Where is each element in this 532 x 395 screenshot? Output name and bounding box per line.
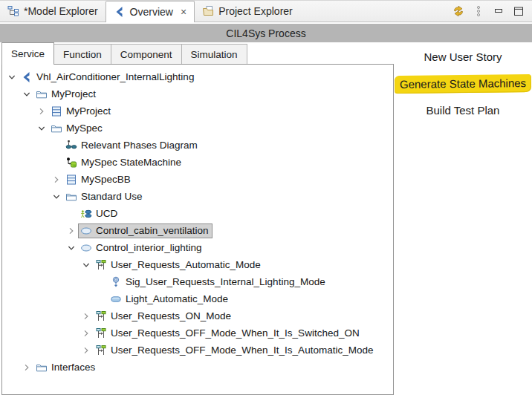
action-generate-state-machines[interactable]: Generate State Machines [395, 74, 531, 93]
tab-project-explorer[interactable]: Project Explorer [195, 1, 300, 22]
chevron-right-icon[interactable] [81, 328, 91, 339]
chevron-right-icon[interactable] [81, 345, 91, 356]
tree-item-myproject[interactable]: MyProject [2, 85, 393, 102]
tree-item-label: Light_Automatic_Mode [126, 293, 228, 304]
left-pane: Vhl_AirConditioner_InternalLightingMyPro… [0, 42, 394, 395]
folder-icon [65, 191, 77, 203]
tree-item-relevant-phases-diagram[interactable]: Relevant Phases Diagram [2, 137, 393, 154]
tree-item-control-cabin-ventilation[interactable]: Control_cabin_ventilation [2, 222, 393, 239]
process-header: CIL4Sys Process [0, 24, 532, 42]
tree-item-content: MySpec StateMachine [63, 155, 185, 170]
tree-item-myproject[interactable]: MyProject [2, 102, 393, 120]
tree-item-label: User_Requests_OFF_Mode_When_It_Is_Switch… [111, 327, 360, 339]
signal-icon [110, 276, 122, 288]
tree-item-content: Light_Automatic_Mode [108, 292, 232, 307]
overview-icon [114, 6, 126, 18]
tree-item-interfaces[interactable]: Interfaces [2, 359, 393, 376]
tree-item-content: MyProject [48, 104, 114, 119]
tab-label: *Model Explorer [24, 5, 98, 17]
tree-item-label: Standard Use [81, 191, 143, 202]
tab-function[interactable]: Function [53, 44, 111, 64]
table-icon [65, 174, 77, 186]
tree-item-standard-use[interactable]: Standard Use [2, 188, 393, 205]
tab-model-explorer[interactable]: *Model Explorer [0, 1, 106, 22]
tree-item-label: Sig_User_Requests_Internal_Lighting_Mode [126, 276, 325, 287]
tree-item-label: User_Requests_ON_Mode [111, 310, 231, 321]
tree-item-user-requests-on-mode[interactable]: User_Requests_ON_Mode [2, 307, 393, 324]
chevron-down-icon[interactable] [22, 89, 32, 99]
tree-item-label: Vhl_AirConditioner_InternalLighting [36, 71, 194, 82]
system-icon [21, 71, 33, 83]
tree-item-light-automatic-mode[interactable]: Light_Automatic_Mode [2, 290, 393, 307]
project-explorer-icon [202, 5, 214, 17]
tree-item-content: User_Requests_OFF_Mode_When_It_Is_Switch… [93, 326, 363, 341]
tree-item-myspec-statemachine[interactable]: MySpec StateMachine [2, 154, 393, 171]
tree-item-content: Interfaces [33, 360, 99, 375]
tree-item-label: Control_interior_lighting [96, 242, 202, 253]
sequence-icon [95, 310, 107, 322]
editor-tabs: *Model ExplorerOverview×Project Explorer [0, 1, 300, 22]
main-area: Vhl_AirConditioner_InternalLightingMyPro… [0, 42, 532, 395]
tree-item-myspec[interactable]: MySpec [2, 120, 393, 137]
tree-item-control-interior-lighting[interactable]: Control_interior_lighting [2, 239, 393, 256]
tab-label: Overview [130, 6, 173, 18]
tree-item-content: Sig_User_Requests_Internal_Lighting_Mode [108, 275, 329, 290]
tree-item-myspecbb[interactable]: MySpecBB [2, 171, 393, 188]
tree-item-label: MyProject [66, 105, 111, 117]
chevron-down-icon[interactable] [7, 72, 17, 82]
tree-item-label: User_Requests_Automatic_Mode [111, 259, 261, 270]
tab-component[interactable]: Component [111, 44, 182, 64]
action-new-user-story[interactable]: New User Story [419, 48, 506, 65]
action-build-test-plan[interactable]: Build Test Plan [422, 102, 505, 119]
phases-diagram-icon [65, 140, 77, 151]
chevron-down-icon[interactable] [66, 243, 77, 253]
table-icon [51, 105, 62, 117]
sync-icon[interactable] [452, 5, 464, 17]
state-icon [110, 293, 122, 305]
close-icon[interactable]: × [181, 7, 186, 17]
actions-panel: New User StoryGenerate State MachinesBui… [394, 42, 532, 395]
tab-overview[interactable]: Overview× [106, 1, 195, 22]
tab-simulation[interactable]: Simulation [181, 44, 247, 64]
editor-tabbar: *Model ExplorerOverview×Project Explorer [0, 0, 532, 22]
tree-item-label: Relevant Phases Diagram [81, 140, 198, 151]
chevron-right-icon[interactable] [51, 174, 62, 185]
tab-service[interactable]: Service [1, 42, 54, 65]
maximize-icon[interactable] [513, 5, 525, 17]
tree-item-content: Relevant Phases Diagram [63, 138, 201, 153]
tree-item-content: UCD [78, 206, 121, 221]
tree-item-vhl-airconditioner-internallighting[interactable]: Vhl_AirConditioner_InternalLighting [2, 68, 393, 85]
tree-item-content: User_Requests_Automatic_Mode [93, 258, 265, 272]
folder-icon [36, 362, 48, 373]
statemachine-icon [65, 157, 77, 169]
tree-item-content: Control_interior_lighting [78, 241, 206, 255]
tree-item-label: User_Requests_OFF_Mode_When_It_Is_Automa… [111, 345, 373, 356]
category-tabs: ServiceFunctionComponentSimulation [1, 42, 247, 65]
model-tree: Vhl_AirConditioner_InternalLightingMyPro… [1, 64, 394, 395]
tree-item-content: MySpecBB [63, 172, 134, 187]
sequence-icon [95, 327, 107, 339]
chevron-right-icon[interactable] [22, 362, 32, 373]
chevron-down-icon[interactable] [36, 123, 47, 134]
tree-item-ucd[interactable]: UCD [2, 205, 393, 222]
chevron-right-icon[interactable] [81, 311, 91, 321]
usecase-icon [80, 242, 92, 254]
folder-icon [36, 88, 48, 100]
minimize-icon[interactable] [493, 5, 505, 17]
tree-item-sig-user-requests-internal-lighting-mode[interactable]: Sig_User_Requests_Internal_Lighting_Mode [2, 273, 393, 290]
view-menu-icon[interactable] [473, 5, 484, 17]
tree-item-user-requests-off-mode-when-it-is-automatic-mode[interactable]: User_Requests_OFF_Mode_When_It_Is_Automa… [2, 342, 393, 359]
chevron-right-icon[interactable] [66, 226, 77, 236]
usecase-icon [80, 225, 92, 237]
tree-item-label: MyProject [51, 88, 96, 99]
tree-item-user-requests-off-mode-when-it-is-switched-on[interactable]: User_Requests_OFF_Mode_When_It_Is_Switch… [2, 324, 393, 342]
tree-item-label: MySpecBB [81, 174, 131, 185]
chevron-down-icon[interactable] [81, 260, 91, 270]
tree-item-content: Vhl_AirConditioner_InternalLighting [19, 70, 198, 85]
tree-item-label: UCD [96, 208, 117, 219]
process-title: CIL4Sys Process [226, 27, 305, 39]
chevron-down-icon[interactable] [51, 192, 62, 202]
chevron-right-icon[interactable] [36, 106, 47, 117]
tree-item-user-requests-automatic-mode[interactable]: User_Requests_Automatic_Mode [2, 256, 393, 273]
view-toolbar [452, 1, 532, 22]
